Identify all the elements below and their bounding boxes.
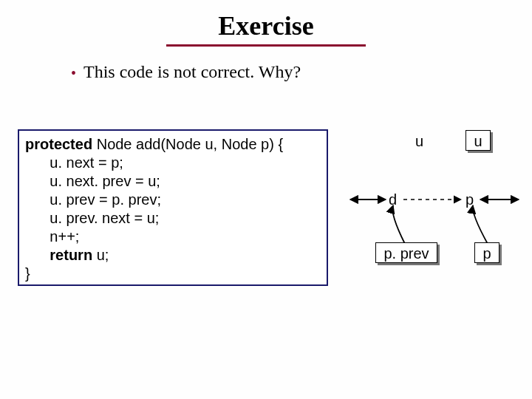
code-l3: u. prev = p. prev; <box>25 191 161 208</box>
title-wrap: Exercise <box>0 10 532 47</box>
label-d: d <box>389 191 397 208</box>
diagram-arrows <box>347 126 525 296</box>
kw-return: return <box>25 247 92 263</box>
code-l2: u. next. prev = u; <box>25 173 160 189</box>
code-box: protected Node add(Node u, Node p) { u. … <box>18 129 328 286</box>
code-l1: u. next = p; <box>25 154 123 171</box>
title-underline <box>166 44 366 47</box>
sig-rest: Node add(Node u, Node p) { <box>92 136 283 152</box>
diagram: u u d p p. prev p <box>347 126 525 296</box>
code-l4: u. prev. next = u; <box>25 210 159 226</box>
code-l5: n++; <box>25 228 79 245</box>
slide-title: Exercise <box>212 10 319 43</box>
slide: Exercise •This code is not correct. Why?… <box>0 0 532 399</box>
kw-protected: protected <box>25 136 92 152</box>
ret-rest: u; <box>92 247 109 263</box>
box-pprev: p. prev <box>375 242 437 263</box>
box-u: u <box>466 130 491 151</box>
box-p: p <box>474 242 499 263</box>
label-p-mid: p <box>466 191 474 208</box>
code-end: } <box>25 265 30 282</box>
bullet-icon: • <box>71 65 76 82</box>
bullet-text: This code is not correct. Why? <box>83 62 301 81</box>
bullet-row: •This code is not correct. Why? <box>71 62 301 82</box>
label-u-left: u <box>415 133 423 150</box>
